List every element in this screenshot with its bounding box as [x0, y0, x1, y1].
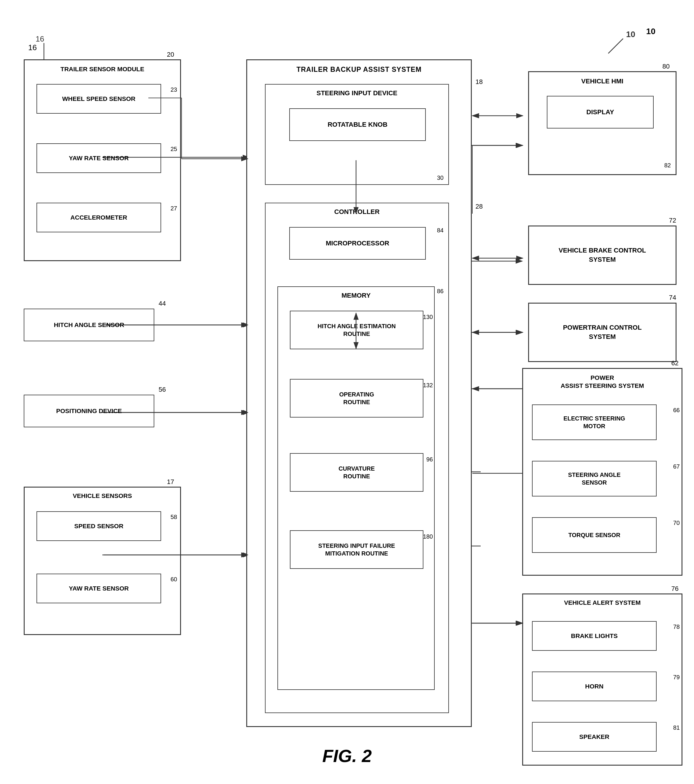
steering-angle-sensor-label: STEERING ANGLESENSOR [568, 471, 620, 486]
accelerometer-box: ACCELEROMETER [36, 203, 161, 232]
wheel-speed-sensor-box: WHEEL SPEED SENSOR [36, 84, 161, 114]
vehicle-hmi-outer: VEHICLE HMI 80 DISPLAY 82 [528, 71, 676, 175]
vehicle-brake-box: VEHICLE BRAKE CONTROLSYSTEM [528, 226, 676, 285]
ref-20: 20 [167, 51, 174, 58]
vehicle-brake-label: VEHICLE BRAKE CONTROLSYSTEM [559, 246, 646, 264]
horn-label: HORN [585, 683, 604, 690]
vehicle-sensors-outer: VEHICLE SENSORS 17 SPEED SENSOR 58 YAW R… [24, 487, 181, 635]
ref-27: 27 [171, 205, 177, 212]
positioning-device-box: POSITIONING DEVICE [24, 395, 154, 427]
speed-sensor-box: SPEED SENSOR [36, 511, 161, 541]
brake-lights-label: BRAKE LIGHTS [571, 632, 618, 639]
power-assist-label: POWERASSIST STEERING SYSTEM [561, 374, 644, 390]
ref-72: 72 [669, 217, 676, 224]
microprocessor-box: MICROPROCESSOR [289, 227, 426, 260]
memory-label: MEMORY [342, 292, 371, 300]
ref-84: 84 [437, 227, 444, 234]
fig-label: FIG. 2 [322, 746, 372, 766]
svg-line-0 [608, 39, 623, 53]
tsm-yaw-rate-sensor-box: YAW RATE SENSOR [36, 143, 161, 173]
tsm-yaw-rate-sensor-label: YAW RATE SENSOR [69, 155, 129, 162]
accelerometer-label: ACCELEROMETER [70, 214, 127, 221]
ref-132: 132 [423, 382, 433, 389]
trailer-sensor-module-outer: TRAILER SENSOR MODULE 20 WHEEL SPEED SEN… [24, 59, 181, 261]
ref-58: 58 [171, 514, 177, 520]
wheel-speed-sensor-label: WHEEL SPEED SENSOR [62, 95, 136, 102]
hitch-angle-estimation-label: HITCH ANGLE ESTIMATIONROUTINE [317, 322, 396, 338]
ref-10: 10 [646, 27, 655, 36]
ref-86: 86 [437, 288, 444, 295]
svg-text:16: 16 [36, 35, 44, 43]
ref-130: 130 [423, 314, 433, 321]
ref-74: 74 [669, 294, 676, 301]
ref-80: 80 [663, 63, 670, 70]
ref-81: 81 [673, 724, 680, 731]
horn-box: HORN [532, 672, 656, 701]
microprocessor-label: MICROPROCESSOR [326, 239, 389, 247]
rotatable-knob-label: ROTATABLE KNOB [327, 121, 388, 128]
speed-sensor-label: SPEED SENSOR [74, 522, 123, 530]
svg-text:10: 10 [626, 30, 635, 39]
ref-66: 66 [673, 407, 680, 413]
speaker-label: SPEAKER [579, 733, 609, 740]
ref-28: 28 [475, 203, 483, 211]
vehicle-alert-label: VEHICLE ALERT SYSTEM [564, 599, 641, 606]
hitch-angle-sensor-box: HITCH ANGLE SENSOR [24, 309, 154, 341]
curvature-routine-box: CURVATUREROUTINE [290, 453, 423, 492]
ref-16: 16 [28, 43, 37, 52]
torque-sensor-box: TORQUE SENSOR [532, 517, 656, 553]
display-label: DISPLAY [586, 108, 614, 116]
ref-62: 62 [671, 359, 679, 367]
ref-44: 44 [159, 300, 166, 308]
vehicle-sensors-label: VEHICLE SENSORS [73, 492, 132, 499]
ref-78: 78 [673, 623, 680, 630]
display-box: DISPLAY [547, 96, 654, 128]
ref-70: 70 [673, 520, 680, 526]
ref-96: 96 [426, 456, 433, 463]
powertrain-label: POWERTRAIN CONTROLSYSTEM [563, 323, 641, 341]
power-assist-steering-outer: POWERASSIST STEERING SYSTEM 62 ELECTRIC … [522, 368, 682, 576]
trailer-backup-system-label: TRAILER BACKUP ASSIST SYSTEM [296, 66, 422, 74]
ref-60: 60 [171, 576, 177, 583]
ref-56: 56 [159, 386, 166, 394]
ref-17: 17 [167, 478, 174, 486]
operating-routine-label: OPERATINGROUTINE [339, 390, 374, 406]
rotatable-knob-box: ROTATABLE KNOB [289, 108, 426, 141]
trailer-sensor-module-label: TRAILER SENSOR MODULE [61, 66, 144, 73]
ref-30: 30 [437, 175, 444, 181]
ref-25: 25 [171, 146, 177, 153]
torque-sensor-label: TORQUE SENSOR [568, 532, 620, 539]
brake-lights-box: BRAKE LIGHTS [532, 621, 656, 651]
steering-input-device-label: STEERING INPUT DEVICE [317, 89, 398, 97]
hitch-angle-sensor-label: HITCH ANGLE SENSOR [54, 321, 124, 328]
ref-23: 23 [171, 86, 177, 93]
steering-input-device-box: STEERING INPUT DEVICE ROTATABLE KNOB 30 [265, 84, 449, 185]
steering-angle-sensor-box: STEERING ANGLESENSOR [532, 461, 656, 496]
ref-76: 76 [671, 585, 679, 593]
controller-box: CONTROLLER MICROPROCESSOR 84 MEMORY HITC… [265, 203, 449, 713]
steering-input-failure-label: STEERING INPUT FAILUREMITIGATION ROUTINE [318, 542, 395, 557]
vehicle-alert-outer: VEHICLE ALERT SYSTEM 76 BRAKE LIGHTS 78 … [522, 593, 682, 766]
speaker-box: SPEAKER [532, 722, 656, 752]
electric-steering-motor-box: ELECTRIC STEERINGMOTOR [532, 404, 656, 440]
ref-67: 67 [673, 463, 680, 470]
ref-18: 18 [475, 78, 483, 86]
memory-box: MEMORY HITCH ANGLE ESTIMATIONROUTINE 130… [278, 287, 435, 690]
ref-79: 79 [673, 674, 680, 681]
hitch-angle-estimation-box: HITCH ANGLE ESTIMATIONROUTINE [290, 311, 423, 349]
vs-yaw-rate-sensor-box: YAW RATE SENSOR [36, 573, 161, 603]
ref-180: 180 [423, 533, 433, 540]
controller-label: CONTROLLER [334, 208, 380, 216]
positioning-device-label: POSITIONING DEVICE [56, 407, 122, 415]
operating-routine-box: OPERATINGROUTINE [290, 379, 423, 418]
electric-steering-motor-label: ELECTRIC STEERINGMOTOR [564, 415, 625, 430]
vs-yaw-rate-sensor-label: YAW RATE SENSOR [69, 585, 129, 592]
vehicle-hmi-label: VEHICLE HMI [581, 77, 623, 85]
steering-input-failure-box: STEERING INPUT FAILUREMITIGATION ROUTINE [290, 530, 423, 569]
curvature-routine-label: CURVATUREROUTINE [339, 465, 375, 480]
trailer-backup-system-box: TRAILER BACKUP ASSIST SYSTEM STEERING IN… [246, 59, 472, 727]
powertrain-box: POWERTRAIN CONTROLSYSTEM [528, 303, 676, 362]
ref-82: 82 [664, 162, 671, 169]
